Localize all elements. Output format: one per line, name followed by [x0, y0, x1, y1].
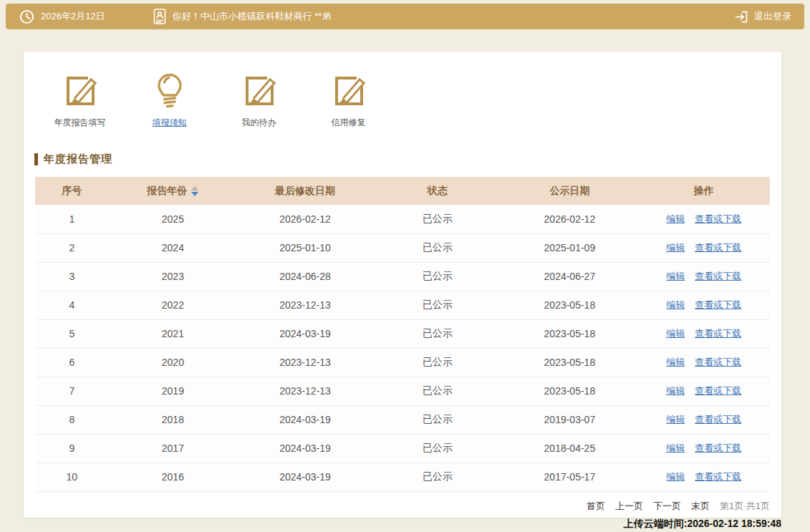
cell-year: 2021 — [109, 319, 238, 348]
quick-action-label: 我的待办 — [242, 117, 276, 129]
pagination-info: 第1页 共1页 — [720, 500, 770, 513]
cell-published: 2025-01-09 — [501, 233, 637, 262]
col-header-serial: 序号 — [35, 177, 109, 205]
cell-serial: 6 — [35, 348, 109, 377]
view-or-download-link[interactable]: 查看或下载 — [695, 328, 741, 339]
logout-button[interactable]: 退出登录 — [734, 9, 791, 24]
view-or-download-link[interactable]: 查看或下载 — [695, 271, 741, 281]
main-panel: 年度报告填写 填报须知 — [24, 52, 781, 518]
cell-published: 2018-04-25 — [501, 434, 637, 463]
edit-link[interactable]: 编辑 — [666, 414, 685, 425]
cell-operation: 编辑查看或下载 — [637, 405, 770, 434]
cell-operation: 编辑查看或下载 — [637, 463, 770, 491]
cell-serial: 2 — [35, 233, 109, 262]
cell-modified: 2024-03-19 — [237, 463, 373, 491]
edit-link[interactable]: 编辑 — [666, 471, 685, 482]
pagination-last[interactable]: 末页 — [691, 500, 710, 513]
cell-year: 2016 — [109, 463, 238, 491]
quick-action-my-todo[interactable]: 我的待办 — [214, 69, 304, 129]
edit-link[interactable]: 编辑 — [666, 328, 685, 339]
table-row: 720192023-12-13已公示2023-05-18编辑查看或下载 — [35, 377, 770, 405]
table-row: 820182024-03-19已公示2019-03-07编辑查看或下载 — [35, 405, 770, 434]
cell-modified: 2023-12-13 — [237, 377, 373, 405]
edit-link[interactable]: 编辑 — [666, 213, 685, 224]
col-header-year: 报告年份 — [109, 177, 238, 205]
view-or-download-link[interactable]: 查看或下载 — [695, 299, 741, 310]
cell-status: 已公示 — [373, 405, 502, 434]
cell-modified: 2026-02-12 — [237, 205, 373, 233]
col-header-published: 公示日期 — [501, 177, 637, 205]
view-or-download-link[interactable]: 查看或下载 — [695, 213, 741, 224]
cell-modified: 2025-01-10 — [237, 233, 373, 262]
quick-action-label: 年度报告填写 — [54, 117, 106, 129]
sort-desc-icon — [191, 192, 198, 196]
cell-serial: 3 — [35, 262, 109, 291]
cell-year: 2024 — [109, 233, 238, 262]
quick-action-label: 填报须知 — [153, 117, 187, 129]
edit-link[interactable]: 编辑 — [666, 442, 685, 453]
cell-status: 已公示 — [373, 262, 502, 291]
view-or-download-link[interactable]: 查看或下载 — [695, 242, 741, 253]
cell-status: 已公示 — [373, 205, 502, 233]
cell-status: 已公示 — [373, 291, 502, 319]
cell-serial: 10 — [35, 463, 109, 491]
cell-operation: 编辑查看或下载 — [637, 262, 770, 291]
view-or-download-link[interactable]: 查看或下载 — [695, 471, 741, 482]
pagination: 首页 上一页 下一页 末页 第1页 共1页 — [35, 500, 770, 513]
edit-square-icon — [329, 69, 369, 110]
cell-operation: 编辑查看或下载 — [637, 205, 770, 233]
quick-action-annual-report-fill[interactable]: 年度报告填写 — [35, 69, 125, 129]
cell-year: 2022 — [109, 291, 238, 319]
edit-link[interactable]: 编辑 — [666, 299, 685, 310]
cell-published: 2023-05-18 — [501, 348, 637, 377]
sort-asc-icon — [191, 186, 198, 190]
cell-serial: 5 — [35, 319, 109, 348]
pagination-prev[interactable]: 上一页 — [615, 500, 643, 513]
pagination-next[interactable]: 下一页 — [653, 500, 681, 513]
cell-serial: 8 — [35, 405, 109, 434]
user-badge-icon — [153, 8, 167, 25]
edit-link[interactable]: 编辑 — [666, 271, 685, 281]
pagination-first[interactable]: 首页 — [587, 500, 605, 513]
greeting-text: 你好！中山市小榄镇跃科鞋材商行 **弟 — [173, 10, 332, 23]
section-title-text: 年度报告管理 — [44, 153, 112, 166]
table-row: 320232024-06-28已公示2024-06-27编辑查看或下载 — [35, 262, 770, 291]
cell-status: 已公示 — [373, 377, 502, 405]
view-or-download-link[interactable]: 查看或下载 — [695, 414, 741, 425]
quick-actions-row: 年度报告填写 填报须知 — [24, 52, 781, 129]
cell-operation: 编辑查看或下载 — [637, 348, 770, 377]
cell-modified: 2024-03-19 — [237, 319, 373, 348]
cell-published: 2017-05-17 — [501, 463, 637, 491]
sort-control-year[interactable] — [191, 186, 198, 196]
cell-operation: 编辑查看或下载 — [637, 319, 770, 348]
quick-action-credit-repair[interactable]: 信用修复 — [304, 69, 393, 129]
quick-action-filing-notice[interactable]: 填报须知 — [125, 69, 214, 129]
cell-published: 2023-05-18 — [501, 319, 637, 348]
view-or-download-link[interactable]: 查看或下载 — [695, 442, 741, 453]
logout-label: 退出登录 — [754, 10, 791, 23]
view-or-download-link[interactable]: 查看或下载 — [695, 357, 741, 367]
current-date: 2026年2月12日 — [41, 10, 105, 23]
cell-operation: 编辑查看或下载 — [637, 377, 770, 405]
cell-status: 已公示 — [373, 233, 502, 262]
cell-status: 已公示 — [373, 434, 502, 463]
cell-modified: 2024-03-19 — [237, 434, 373, 463]
col-header-status: 状态 — [373, 177, 502, 205]
cell-year: 2018 — [109, 405, 238, 434]
table-row: 1020162024-03-19已公示2017-05-17编辑查看或下载 — [35, 463, 770, 491]
edit-link[interactable]: 编辑 — [666, 385, 685, 396]
table-row: 520212024-03-19已公示2023-05-18编辑查看或下载 — [35, 319, 770, 348]
lightbulb-icon — [150, 69, 190, 110]
table-row: 120252026-02-12已公示2026-02-12编辑查看或下载 — [35, 205, 770, 233]
cell-modified: 2024-06-28 — [237, 262, 373, 291]
table-header-row: 序号 报告年份 最后修改日期 状态 公示日期 操作 — [35, 177, 770, 205]
cell-status: 已公示 — [373, 348, 502, 377]
edit-link[interactable]: 编辑 — [666, 242, 685, 253]
edit-link[interactable]: 编辑 — [666, 357, 685, 367]
section-title-bar — [34, 153, 38, 165]
view-or-download-link[interactable]: 查看或下载 — [695, 385, 741, 396]
col-header-modified: 最后修改日期 — [237, 177, 373, 205]
logout-icon — [734, 9, 749, 24]
upload-time-text: 上传云端时间:2026-02-12 18:59:48 — [624, 518, 781, 531]
cell-year: 2019 — [109, 377, 238, 405]
